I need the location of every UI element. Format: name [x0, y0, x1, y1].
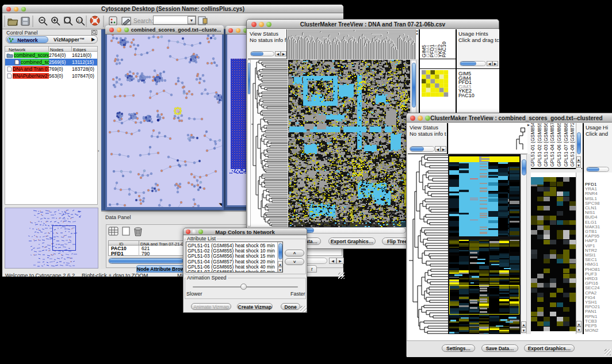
svg-text:Search:: Search:: [133, 18, 153, 24]
svg-text:GPL51-07 (GSM868): GPL51-07 (GSM868): [563, 123, 569, 167]
svg-text:GPL51-02 (GSM855): GPL51-02 (GSM855): [537, 123, 542, 167]
svg-text:GPL51-08 (GSM872): GPL51-08 (GSM872): [569, 123, 575, 167]
svg-text:GPL51-06 (GSM865): GPL51-06 (GSM865): [556, 123, 562, 167]
svg-text:GPL51-01 (GSM854): GPL51-01 (GSM854): [531, 123, 536, 167]
svg-text:GPL51-04 (GSM857): GPL51-04 (GSM857): [549, 123, 555, 167]
svg-text:GPL51-03 (GSM856): GPL51-03 (GSM856): [543, 123, 549, 167]
svg-text:1:1: 1:1: [78, 19, 83, 22]
svg-text:PAC10: PAC10: [441, 41, 447, 58]
